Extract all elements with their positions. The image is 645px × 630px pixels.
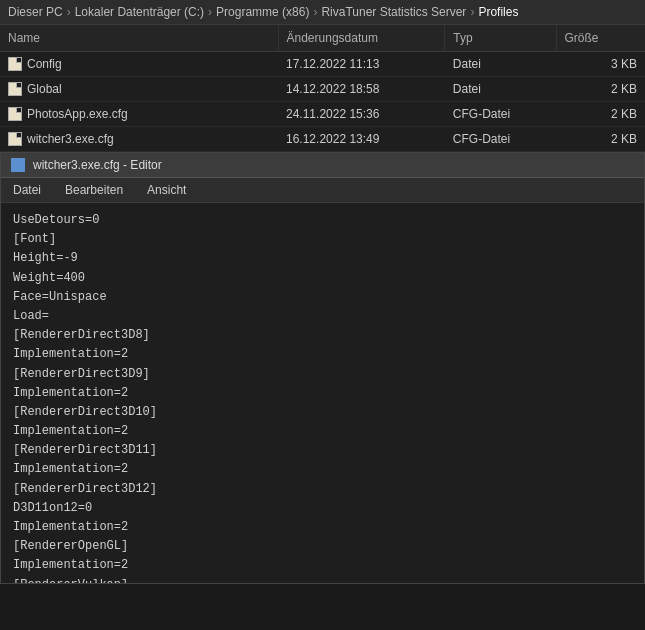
menu-edit[interactable]: Bearbeiten <box>61 181 127 199</box>
file-type-cell: CFG-Datei <box>445 127 556 152</box>
editor-line: Implementation=2 <box>13 556 632 575</box>
file-date-cell: 17.12.2022 11:13 <box>278 52 445 77</box>
table-row[interactable]: Config17.12.2022 11:13Datei3 KB <box>0 52 645 77</box>
sep-2: › <box>313 5 317 19</box>
address-part-3: RivaTuner Statistics Server <box>321 5 466 19</box>
editor-window: witcher3.exe.cfg - Editor Datei Bearbeit… <box>0 152 645 584</box>
editor-line: [RendererOpenGL] <box>13 537 632 556</box>
file-type-cell: CFG-Datei <box>445 102 556 127</box>
address-bar[interactable]: Dieser PC › Lokaler Datenträger (C:) › P… <box>0 0 645 25</box>
sep-0: › <box>67 5 71 19</box>
editor-line: Implementation=2 <box>13 345 632 364</box>
editor-title-icon <box>11 158 25 172</box>
editor-content[interactable]: UseDetours=0[Font]Height=-9Weight=400Fac… <box>1 203 644 583</box>
file-name: PhotosApp.exe.cfg <box>27 107 128 121</box>
editor-line: Face=Unispace <box>13 288 632 307</box>
menu-file[interactable]: Datei <box>9 181 45 199</box>
editor-line: Implementation=2 <box>13 422 632 441</box>
editor-line: Implementation=2 <box>13 460 632 479</box>
table-header-row: Name Änderungsdatum Typ Größe <box>0 25 645 52</box>
table-row[interactable]: witcher3.exe.cfg16.12.2022 13:49CFG-Date… <box>0 127 645 152</box>
editor-line: [RendererDirect3D12] <box>13 480 632 499</box>
editor-line: D3D11on12=0 <box>13 499 632 518</box>
file-name: Global <box>27 82 62 96</box>
table-row[interactable]: PhotosApp.exe.cfg24.11.2022 15:36CFG-Dat… <box>0 102 645 127</box>
file-date-cell: 16.12.2022 13:49 <box>278 127 445 152</box>
editor-line: UseDetours=0 <box>13 211 632 230</box>
file-icon <box>8 107 22 121</box>
file-name: witcher3.exe.cfg <box>27 132 114 146</box>
sep-3: › <box>470 5 474 19</box>
editor-title-text: witcher3.exe.cfg - Editor <box>33 158 162 172</box>
file-icon <box>8 57 22 71</box>
file-icon <box>8 82 22 96</box>
col-header-size[interactable]: Größe <box>556 25 645 52</box>
file-size-cell: 2 KB <box>556 102 645 127</box>
address-part-1: Lokaler Datenträger (C:) <box>75 5 204 19</box>
editor-highlighted-line: D3D11on12=0 <box>13 501 92 515</box>
col-header-name[interactable]: Name <box>0 25 278 52</box>
editor-line: Implementation=2 <box>13 518 632 537</box>
col-header-type[interactable]: Typ <box>445 25 556 52</box>
file-date-cell: 24.11.2022 15:36 <box>278 102 445 127</box>
editor-line: Implementation=2 <box>13 384 632 403</box>
file-size-cell: 3 KB <box>556 52 645 77</box>
address-part-0: Dieser PC <box>8 5 63 19</box>
file-name-cell: PhotosApp.exe.cfg <box>0 102 278 127</box>
file-name-cell: Global <box>0 77 278 102</box>
editor-line: Height=-9 <box>13 249 632 268</box>
col-header-date[interactable]: Änderungsdatum <box>278 25 445 52</box>
editor-line: [RendererVulkan] <box>13 576 632 583</box>
file-name-cell: witcher3.exe.cfg <box>0 127 278 152</box>
table-row[interactable]: Global14.12.2022 18:58Datei2 KB <box>0 77 645 102</box>
editor-line: [Font] <box>13 230 632 249</box>
address-part-4: Profiles <box>478 5 518 19</box>
editor-menubar: Datei Bearbeiten Ansicht <box>1 178 644 203</box>
editor-titlebar: witcher3.exe.cfg - Editor <box>1 153 644 178</box>
editor-line: [RendererDirect3D8] <box>13 326 632 345</box>
address-part-2: Programme (x86) <box>216 5 309 19</box>
editor-line: [RendererDirect3D9] <box>13 365 632 384</box>
editor-line: [RendererDirect3D10] <box>13 403 632 422</box>
editor-line: Weight=400 <box>13 269 632 288</box>
menu-view[interactable]: Ansicht <box>143 181 190 199</box>
file-name-cell: Config <box>0 52 278 77</box>
file-type-cell: Datei <box>445 52 556 77</box>
file-type-cell: Datei <box>445 77 556 102</box>
editor-line: [RendererDirect3D11] <box>13 441 632 460</box>
file-explorer-table: Name Änderungsdatum Typ Größe Config17.1… <box>0 25 645 152</box>
file-name: Config <box>27 57 62 71</box>
file-size-cell: 2 KB <box>556 127 645 152</box>
file-icon <box>8 132 22 146</box>
file-date-cell: 14.12.2022 18:58 <box>278 77 445 102</box>
file-size-cell: 2 KB <box>556 77 645 102</box>
editor-line: Load= <box>13 307 632 326</box>
sep-1: › <box>208 5 212 19</box>
